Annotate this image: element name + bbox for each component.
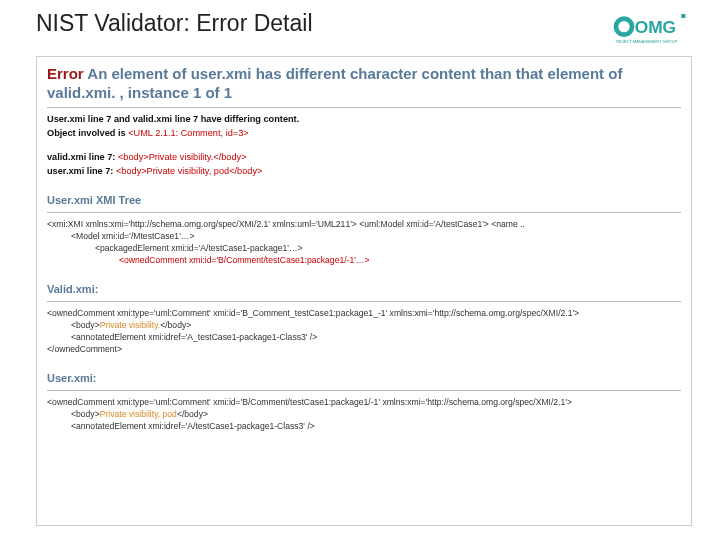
body-open: <body> — [71, 409, 100, 419]
slide-title: NIST Validator: Error Detail — [36, 10, 313, 37]
valid-heading: Valid.xmi: — [47, 283, 681, 295]
xmi-tree: <xmi:XMI xmlns:xmi='http://schema.omg.or… — [47, 219, 681, 265]
user-value: <body>Private visibility, pod</body> — [116, 166, 262, 176]
divider — [47, 390, 681, 391]
code-line: <ownedComment xmi:id='B/Comment/testCase… — [47, 255, 681, 265]
object-label: Object involved is — [47, 128, 128, 138]
content-box: Error An element of user.xmi has differe… — [36, 56, 692, 526]
body-content: Private visibility, pod — [100, 409, 177, 419]
body-content: Private visibility. — [100, 320, 161, 330]
code-line: <body>Private visibility.</body> — [47, 320, 681, 330]
object-involved: Object involved is <UML 2.1.1: Comment, … — [47, 128, 681, 138]
code-line: <annotatedElement xmi:idref='A/testCase1… — [47, 421, 681, 431]
body-close: </body> — [177, 409, 208, 419]
tree-heading: User.xmi XMI Tree — [47, 194, 681, 206]
code-line: <ownedComment xmi:type='uml:Comment' xmi… — [47, 308, 681, 318]
user-xmi-block: <ownedComment xmi:type='uml:Comment' xmi… — [47, 397, 681, 431]
valid-line: valid.xmi line 7: <body>Private visibili… — [47, 152, 681, 162]
code-line: <xmi:XMI xmlns:xmi='http://schema.omg.or… — [47, 219, 681, 229]
code-line: <annotatedElement xmi:idref='A_testCase1… — [47, 332, 681, 342]
error-label: Error — [47, 65, 84, 82]
code-line: <Model xmi:id='/MtestCase1'…> — [47, 231, 681, 241]
svg-rect-1 — [681, 14, 685, 18]
title-row: NIST Validator: Error Detail OMG OBJECT … — [36, 10, 692, 50]
logo-tagline: OBJECT MANAGEMENT GROUP — [616, 39, 678, 44]
code-line: <ownedComment xmi:type='uml:Comment' xmi… — [47, 397, 681, 407]
code-line: </ownedComment> — [47, 344, 681, 354]
svg-point-0 — [616, 19, 632, 35]
body-close: </body> — [160, 320, 191, 330]
valid-xmi-block: <ownedComment xmi:type='uml:Comment' xmi… — [47, 308, 681, 354]
error-message: An element of user.xmi has different cha… — [47, 65, 622, 101]
slide-container: NIST Validator: Error Detail OMG OBJECT … — [0, 0, 720, 540]
user-line: user.xmi line 7: <body>Private visibilit… — [47, 166, 681, 176]
diff-line: User.xmi line 7 and valid.xmi line 7 hav… — [47, 114, 681, 124]
error-title: Error An element of user.xmi has differe… — [47, 65, 681, 103]
valid-value: <body>Private visibility.</body> — [118, 152, 247, 162]
object-value: <UML 2.1.1: Comment, id=3> — [128, 128, 248, 138]
code-line: <body>Private visibility, pod</body> — [47, 409, 681, 419]
omg-logo: OMG OBJECT MANAGEMENT GROUP — [612, 10, 692, 50]
divider — [47, 107, 681, 108]
divider — [47, 212, 681, 213]
logo-text: OMG — [635, 17, 676, 37]
code-line: <packagedElement xmi:id='A/testCase1-pac… — [47, 243, 681, 253]
valid-label: valid.xmi line 7: — [47, 152, 118, 162]
user-label: user.xmi line 7: — [47, 166, 116, 176]
body-open: <body> — [71, 320, 100, 330]
divider — [47, 301, 681, 302]
user-heading: User.xmi: — [47, 372, 681, 384]
